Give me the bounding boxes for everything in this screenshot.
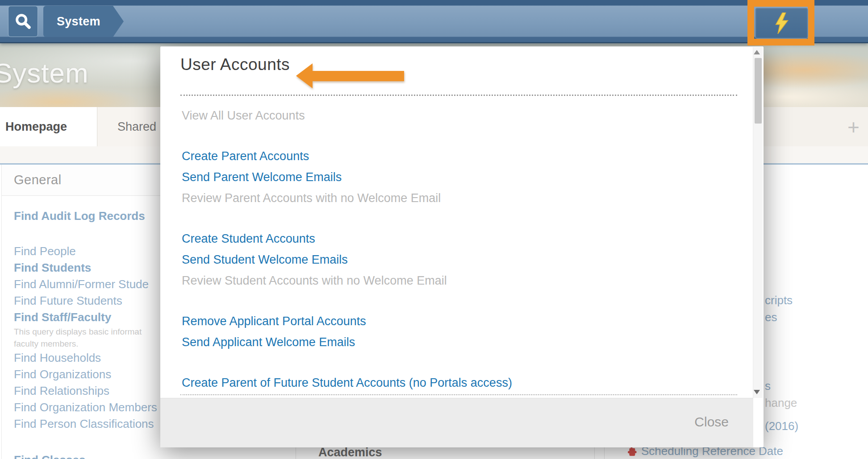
- scrollbar-down-arrow-icon[interactable]: [754, 390, 760, 394]
- link-create-parent-future-student-accounts[interactable]: Create Parent of Future Student Accounts…: [182, 372, 718, 393]
- modal-title: User Accounts: [180, 55, 290, 74]
- breadcrumb-system-tab[interactable]: System: [43, 6, 124, 37]
- close-button[interactable]: Close: [694, 414, 729, 430]
- modal-scrollbar-thumb[interactable]: [755, 58, 762, 124]
- tab-homepage[interactable]: Homepage: [0, 107, 97, 146]
- annotation-arrow-head: [296, 63, 313, 88]
- link-find-classes[interactable]: Find Classes: [14, 452, 295, 459]
- modal-link-group: Create Parent Accounts Send Parent Welco…: [182, 146, 718, 209]
- link-review-parent-accounts: Review Parent Accounts with no Welcome E…: [182, 188, 718, 209]
- top-navigation-bar: System: [0, 0, 868, 43]
- annotation-arrow-shaft: [312, 71, 404, 81]
- breadcrumb-system-label: System: [43, 15, 100, 29]
- bg-link-fragment-cripts[interactable]: cripts: [765, 294, 793, 307]
- link-send-applicant-welcome-emails[interactable]: Send Applicant Welcome Emails: [182, 332, 718, 353]
- modal-footer: Close: [160, 398, 753, 447]
- modal-title-divider: [180, 95, 737, 96]
- modal-links: View All User Accounts Create Parent Acc…: [182, 105, 718, 393]
- bg-link-fragment-2016[interactable]: (2016): [765, 419, 798, 433]
- modal-link-group: Create Student Accounts Send Student Wel…: [182, 228, 718, 291]
- bg-text-fragment-hange: hange: [765, 396, 797, 410]
- general-panel-title: General: [2, 173, 62, 187]
- link-send-student-welcome-emails[interactable]: Send Student Welcome Emails: [182, 249, 718, 270]
- search-icon: [15, 13, 32, 30]
- link-remove-applicant-portal-accounts[interactable]: Remove Applicant Portal Accounts: [182, 311, 718, 332]
- app-window: System Homepage Shared + General Find Au…: [0, 0, 868, 459]
- tab-shared-label: Shared: [98, 120, 156, 134]
- modal-link-group: View All User Accounts: [182, 105, 718, 126]
- modal-link-group: Create Parent of Future Student Accounts…: [182, 372, 718, 393]
- bg-link-fragment-s[interactable]: s: [765, 379, 771, 393]
- tab-homepage-label: Homepage: [0, 120, 67, 134]
- link-view-all-user-accounts: View All User Accounts: [182, 105, 718, 126]
- search-button[interactable]: [8, 6, 38, 37]
- modal-link-group: Remove Applicant Portal Accounts Send Ap…: [182, 311, 718, 353]
- link-create-student-accounts[interactable]: Create Student Accounts: [182, 228, 718, 249]
- bg-link-fragment-es[interactable]: es: [765, 310, 777, 324]
- lightning-bolt-icon: [774, 12, 790, 34]
- modal-bottom-divider: [180, 394, 737, 395]
- page-title: System: [0, 57, 89, 89]
- quick-actions-modal: User Accounts View All User Accounts Cre…: [160, 46, 764, 447]
- link-review-student-accounts: Review Student Accounts with no Welcome …: [182, 270, 718, 291]
- quick-actions-lightning-button[interactable]: [755, 8, 808, 39]
- scrollbar-up-arrow-icon[interactable]: [754, 50, 760, 54]
- academics-section-header: Academics: [318, 446, 382, 459]
- puzzle-icon: [627, 446, 638, 457]
- add-tab-button[interactable]: +: [847, 117, 860, 137]
- annotation-arrow: [296, 63, 404, 88]
- link-create-parent-accounts[interactable]: Create Parent Accounts: [182, 146, 718, 167]
- link-send-parent-welcome-emails[interactable]: Send Parent Welcome Emails: [182, 167, 718, 188]
